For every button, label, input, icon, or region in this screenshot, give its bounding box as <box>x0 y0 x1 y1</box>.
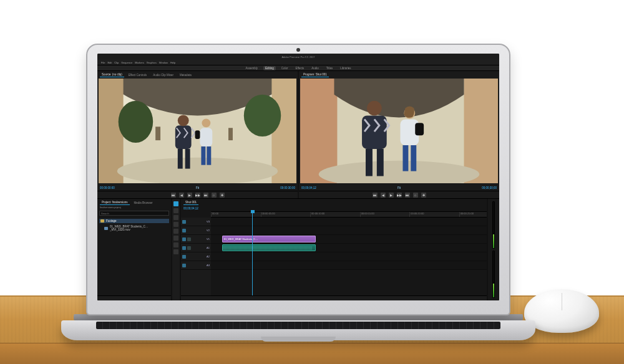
menu-item-edit[interactable]: Edit <box>107 61 112 64</box>
mute-icon[interactable] <box>182 246 186 250</box>
workspace-switcher[interactable]: Assembly Editing Color Effects Audio Tit… <box>97 65 499 71</box>
tool-selection[interactable] <box>173 201 178 206</box>
project-tabs[interactable]: Project: finalversions Media Browser <box>97 199 171 205</box>
menu-item-sequence[interactable]: Sequence <box>121 61 132 64</box>
program-tc-duration: 00;00;30;00 <box>482 186 497 189</box>
playhead-line[interactable] <box>252 211 253 295</box>
prog-step-back-icon[interactable]: ◀ <box>381 193 386 198</box>
timeline-clip-audio[interactable] <box>222 244 316 251</box>
track-header-v3[interactable]: V3 <box>181 218 211 226</box>
prog-play-icon[interactable]: ▶ <box>389 193 394 198</box>
project-search-input[interactable] <box>99 211 169 216</box>
timeline-scrollbar[interactable] <box>181 295 487 300</box>
program-tabs[interactable]: Program: Shot 001 <box>299 71 499 77</box>
step-back-icon[interactable]: ◀ <box>179 193 184 198</box>
tab-audio-clip-mixer[interactable]: Audio Clip Mixer <box>151 73 175 77</box>
tab-program[interactable]: Program: Shot 001 <box>301 72 329 77</box>
tool-type[interactable] <box>173 249 178 254</box>
svg-rect-16 <box>155 127 160 140</box>
toggle-output-icon[interactable] <box>182 229 186 232</box>
source-monitor[interactable] <box>99 79 296 183</box>
desk-front <box>0 343 624 364</box>
sync-lock-icon[interactable] <box>187 237 191 241</box>
tool-hand[interactable] <box>173 242 178 247</box>
tab-project[interactable]: Project: finalversions <box>100 200 130 205</box>
track-header-a2[interactable]: A2 <box>181 252 211 261</box>
timeline-tc-value[interactable]: 00;00;04;12 <box>183 207 198 210</box>
prog-go-out-icon[interactable]: ⏭ <box>405 193 410 198</box>
track-header-v2[interactable]: V2 <box>181 226 211 235</box>
workspace-titles[interactable]: Titles <box>324 66 335 70</box>
menu-item-window[interactable]: Window <box>159 61 168 64</box>
timeline-playhead-tc[interactable]: 00;00;04;12 <box>181 205 487 211</box>
svg-point-25 <box>367 101 382 116</box>
track-header-v1[interactable]: V1 <box>181 235 211 244</box>
tab-effect-controls[interactable]: Effect Controls <box>127 73 149 77</box>
tool-pen[interactable] <box>173 236 178 241</box>
bin-row-footage[interactable]: Footage <box>99 219 169 223</box>
laptop: Adobe Premiere Pro CC 2017 File Edit Cli… <box>61 44 535 340</box>
tool-palette[interactable] <box>172 199 180 300</box>
svg-rect-12 <box>201 146 205 165</box>
timeline-clip-video[interactable]: 01_WED_BRAT Students_C… <box>222 236 316 242</box>
menu-item-help[interactable]: Help <box>170 61 175 64</box>
insert-icon[interactable]: ✚ <box>220 193 225 198</box>
svg-rect-2 <box>99 79 124 183</box>
source-tabs[interactable]: Source: (no clip) Effect Controls Audio … <box>97 71 298 77</box>
program-monitor[interactable] <box>300 79 498 183</box>
prog-mark-icon[interactable]: ○ <box>413 193 418 198</box>
tab-metadata[interactable]: Metadata <box>178 73 193 77</box>
tool-track-select[interactable] <box>173 208 178 213</box>
track-lanes[interactable]: 01_WED_BRAT Students_C… <box>211 218 487 295</box>
project-bin-list[interactable]: Footage 01_WED_BRAT Students_C…_MVI_3320… <box>97 217 171 295</box>
sequence-tab[interactable]: Shot 001 <box>183 200 198 205</box>
tab-media-browser[interactable]: Media Browser <box>132 201 155 205</box>
program-fit-label[interactable]: Fit <box>397 186 401 189</box>
menu-item-file[interactable]: File <box>101 61 105 64</box>
workspace-libraries[interactable]: Libraries <box>338 66 353 70</box>
menu-item-graphics[interactable]: Graphics <box>147 61 157 64</box>
go-to-out-icon[interactable]: ⏭ <box>203 193 208 198</box>
svg-rect-24 <box>377 149 384 176</box>
tab-source[interactable]: Source: (no clip) <box>100 72 124 77</box>
workspace-color[interactable]: Color <box>280 66 290 70</box>
track-header-a3[interactable]: A3 <box>181 261 211 270</box>
play-icon[interactable]: ▶ <box>187 193 192 198</box>
step-fwd-icon[interactable]: ▶▶ <box>195 193 200 198</box>
source-tc-in[interactable]: 00:00:00:00 <box>100 186 115 189</box>
track-header-a1[interactable]: A1 <box>181 244 211 252</box>
toggle-output-icon[interactable] <box>182 237 186 241</box>
workspace-editing[interactable]: Editing <box>263 66 276 70</box>
workspace-assembly[interactable]: Assembly <box>243 66 260 70</box>
project-subtitle: finalversions.prproj <box>97 205 171 209</box>
svg-point-5 <box>119 101 153 143</box>
track-headers: V3 V2 V1 A1 A2 A3 <box>181 218 211 295</box>
source-fit-label[interactable]: Fit <box>196 186 199 189</box>
program-tc-current[interactable]: 00;00;04;12 <box>301 186 316 189</box>
clip-row[interactable]: 01_WED_BRAT Students_C…_MVI_3320.mov <box>99 224 169 232</box>
menu-item-clip[interactable]: Clip <box>114 61 119 64</box>
tool-ripple[interactable] <box>173 215 178 220</box>
mute-icon[interactable] <box>182 255 186 259</box>
svg-rect-17 <box>228 128 233 140</box>
source-tc-out: 00:00:30:00 <box>280 186 295 189</box>
timeline-tabs[interactable]: Shot 001 <box>181 199 487 205</box>
menu-bar[interactable]: File Edit Clip Sequence Markers Graphics… <box>97 60 499 65</box>
toggle-output-icon[interactable] <box>182 220 186 224</box>
workspace-audio[interactable]: Audio <box>310 66 321 70</box>
svg-rect-8 <box>178 149 183 169</box>
tool-razor[interactable] <box>173 222 178 227</box>
workspace-effects[interactable]: Effects <box>293 66 306 70</box>
prog-step-fwd-icon[interactable]: ▶▶ <box>397 193 402 198</box>
prog-go-in-icon[interactable]: ⏮ <box>373 193 378 198</box>
go-to-in-icon[interactable]: ⏮ <box>171 193 176 198</box>
svg-rect-15 <box>195 130 200 139</box>
mark-in-icon[interactable]: ○ <box>212 193 217 198</box>
ruler-tick: 00:00:20:00 <box>409 212 424 217</box>
menu-item-markers[interactable]: Markers <box>135 61 144 64</box>
tool-slip[interactable] <box>173 229 178 234</box>
program-timebar: 00;00;04;12 Fit 00;00;30;00 <box>299 184 499 191</box>
solo-icon[interactable] <box>187 246 191 250</box>
mute-icon[interactable] <box>182 264 186 267</box>
prog-lift-icon[interactable]: ✚ <box>421 193 426 198</box>
